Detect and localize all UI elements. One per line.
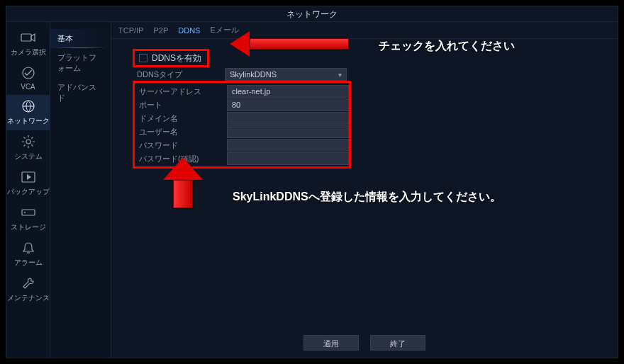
field-user-input[interactable] [227,125,349,138]
field-domain-input[interactable] [227,112,349,125]
field-domain-label: ドメイン名 [135,113,227,124]
annotation-arrow-left-head [230,31,250,57]
nav-label: ネットワーク [6,116,50,126]
vca-icon [20,66,37,80]
play-icon [20,170,37,184]
globe-icon [20,99,37,113]
field-password-label: パスワード [135,140,227,151]
exit-button[interactable]: 終了 [370,335,425,351]
nav-label: アラーム [6,258,50,268]
annotation-arrow-up-shaft [173,180,193,208]
nav-system[interactable]: システム [6,130,50,166]
field-port-label: ポート [135,100,227,110]
nav-storage[interactable]: ストレージ [6,201,50,237]
nav-label: バックアップ [6,187,50,197]
annotation-arrow-left-shaft [250,38,349,50]
button-bar: 適用 終了 [111,335,618,351]
tab-ddns[interactable]: DDNS [178,26,200,35]
field-password-input[interactable] [227,139,349,152]
ddns-enable-checkbox[interactable] [139,54,147,62]
field-port-input[interactable] [227,98,349,111]
nav-network[interactable]: ネットワーク [6,95,50,130]
nav-maintenance[interactable]: メンテナンス [6,272,50,307]
ddns-type-label: DDNSタイプ [133,69,225,80]
enable-highlight-box: DDNSを有効 [133,49,209,67]
camera-icon [20,30,37,45]
ddns-enable-label: DDNSを有効 [152,52,201,64]
nav-label: VCA [6,83,50,91]
annotation-enable-text: チェックを入れてください [379,39,515,54]
svg-rect-0 [21,34,31,41]
svg-point-7 [24,212,26,213]
apply-button[interactable]: 適用 [303,335,359,351]
window-title: ネットワーク [6,6,618,22]
gear-icon [20,135,37,149]
nav-alarm[interactable]: アラーム [6,237,50,272]
ddns-type-value: SkylinkDDNS [230,70,277,79]
nav-label: メンテナンス [6,293,50,303]
field-server-input[interactable] [227,85,349,98]
nav-label: ストレージ [6,222,50,232]
top-tabs: TCP/IP P2P DDNS Eメール [111,22,618,39]
chevron-down-icon: ▾ [338,71,342,79]
field-server-label: サーバーアドレス [135,86,227,97]
ddns-form: DDNSを有効 DDNSタイプ SkylinkDDNS ▾ サーバーアドレス [133,49,351,169]
left-nav: カメラ選択 VCA ネットワーク システム [6,22,50,358]
nav-label: システム [6,152,50,161]
svg-point-1 [23,67,34,79]
bell-icon [20,241,37,255]
subnav-advanced[interactable]: アドバンスド [50,78,111,108]
nav-backup[interactable]: バックアップ [6,166,50,201]
nav-camera[interactable]: カメラ選択 [6,26,50,62]
nav-label: カメラ選択 [6,47,50,57]
fields-highlight-box: サーバーアドレス ポート ドメイン名 ユーザー名 [133,81,351,169]
svg-point-4 [26,140,30,144]
field-password2-input[interactable] [227,152,349,165]
tab-tcpip[interactable]: TCP/IP [118,26,143,35]
annotation-arrow-up-head [163,157,203,180]
subnav-platform[interactable]: プラットフォーム [50,48,111,78]
tab-p2p[interactable]: P2P [153,26,168,35]
ddns-type-select[interactable]: SkylinkDDNS ▾ [225,68,347,81]
wrench-icon [20,276,37,290]
hdd-icon [20,205,37,220]
nav-vca[interactable]: VCA [6,62,50,95]
subnav-basic[interactable]: 基本 [50,29,111,48]
sub-nav: 基本 プラットフォーム アドバンスド [50,22,111,358]
svg-rect-6 [22,210,35,215]
field-user-label: ユーザー名 [135,127,227,137]
annotation-fields-text: SkyLinkDDNSへ登録した情報を入力してください。 [233,190,501,205]
